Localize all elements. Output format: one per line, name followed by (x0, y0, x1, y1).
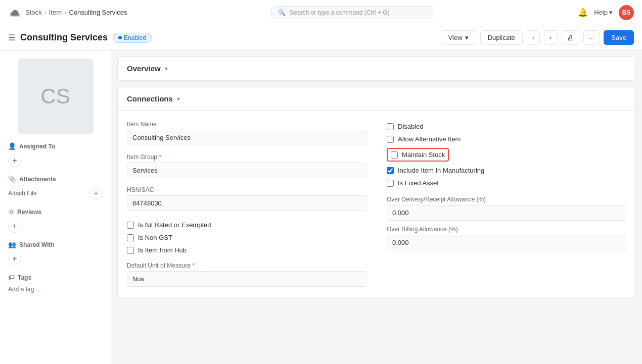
over-billing-label: Over Billing Allowance (%) (387, 226, 626, 233)
item-group-input[interactable] (127, 163, 366, 178)
breadcrumb-item[interactable]: Item (49, 9, 62, 16)
item-group-field: Item Group * (127, 153, 366, 178)
sidebar-tags-section: 🏷 Tags Add a tag ... (8, 274, 103, 293)
view-button[interactable]: View ▾ (441, 30, 476, 45)
chevron-down-icon: ▾ (465, 34, 469, 41)
maintain-stock-checkbox[interactable] (391, 151, 398, 159)
non-gst-checkbox-row: Is Non GST (127, 234, 366, 241)
is-fixed-asset-checkbox-row: Is Fixed Asset (387, 179, 626, 187)
assigned-to-title: 👤 Assigned To (8, 142, 103, 150)
user-avatar[interactable]: BS (619, 5, 634, 20)
over-delivery-field: Over Delivery/Receipt Allowance (%) (387, 196, 626, 221)
page-header: ☰ Consulting Services Enabled View ▾ Dup… (0, 25, 642, 50)
item-group-required: * (159, 153, 161, 161)
search-bar[interactable]: 🔍 Search or type a command (Ctrl + G) (271, 6, 433, 19)
navbar: Stock › Item › Consulting Services 🔍 Sea… (0, 0, 642, 25)
sidebar-reviews-section: ☆ Reviews + (8, 208, 103, 233)
include-manufacturing-checkbox-row: Include Item In Manufacturing (387, 167, 626, 174)
attachments-label: Attachments (19, 176, 56, 183)
default-uom-label: Default Unit of Measure * (127, 262, 366, 269)
nil-rated-checkbox-row: Is Nil Rated or Exempted (127, 221, 366, 229)
share-icon: 👥 (8, 241, 16, 248)
chevron-down-icon: ▾ (609, 9, 613, 16)
item-from-hub-checkbox[interactable] (127, 247, 134, 254)
notifications-button[interactable]: 🔔 (578, 8, 588, 17)
maintain-stock-checkbox-row: Maintain Stock (387, 148, 449, 162)
assigned-to-label: Assigned To (19, 143, 55, 150)
item-name-input[interactable] (127, 130, 366, 145)
maintain-stock-label: Maintain Stock (402, 151, 445, 159)
sidebar-assigned-to-section: 👤 Assigned To + (8, 142, 103, 167)
default-uom-field: Default Unit of Measure * (127, 262, 366, 287)
status-dot (118, 36, 122, 39)
more-options-button[interactable]: ··· (583, 30, 600, 45)
app-logo[interactable] (8, 6, 22, 20)
print-button[interactable]: 🖨 (562, 30, 579, 45)
add-shared-with-button[interactable]: + (8, 252, 21, 266)
item-avatar-initials: CS (40, 84, 70, 109)
non-gst-checkbox[interactable] (127, 234, 134, 241)
shared-with-label: Shared With (19, 241, 55, 248)
search-icon: 🔍 (278, 9, 286, 16)
next-button[interactable]: › (544, 30, 557, 45)
breadcrumb-stock[interactable]: Stock (25, 9, 42, 16)
shared-with-title: 👥 Shared With (8, 241, 103, 248)
navbar-left: Stock › Item › Consulting Services (8, 6, 127, 20)
paperclip-icon: 📎 (8, 175, 16, 183)
search-placeholder-text: Search or type a command (Ctrl + G) (290, 9, 389, 16)
duplicate-button[interactable]: Duplicate (480, 30, 523, 45)
prev-button[interactable]: ‹ (527, 30, 540, 45)
help-button[interactable]: Help ▾ (594, 9, 613, 16)
attach-file-button[interactable]: + (89, 187, 103, 200)
include-manufacturing-checkbox[interactable] (387, 167, 394, 174)
overview-title: Overview (127, 64, 161, 73)
add-tag-label[interactable]: Add a tag ... (8, 286, 41, 293)
disabled-checkbox-row: Disabled (387, 123, 626, 130)
default-uom-input[interactable] (127, 271, 366, 287)
breadcrumb-sep-2: › (64, 9, 66, 16)
tags-label: Tags (18, 274, 31, 281)
connections-header[interactable]: Connections ▾ (118, 87, 635, 111)
hsn-sac-input[interactable] (127, 195, 366, 211)
hsn-sac-label: HSN/SAC (127, 186, 366, 193)
attach-file-row: Attach File + (8, 187, 103, 200)
item-avatar: CS (18, 59, 94, 134)
page-header-left: ☰ Consulting Services Enabled (8, 32, 152, 43)
item-from-hub-label: Is Item from Hub (138, 246, 187, 254)
attach-file-label: Attach File (8, 190, 86, 197)
default-uom-required: * (192, 262, 195, 269)
is-fixed-asset-checkbox[interactable] (387, 180, 394, 187)
allow-alternative-checkbox[interactable] (387, 136, 394, 143)
nil-rated-label: Is Nil Rated or Exempted (138, 221, 211, 229)
over-delivery-input[interactable] (387, 205, 626, 221)
breadcrumb-sep-1: › (44, 9, 47, 16)
over-billing-field: Over Billing Allowance (%) (387, 226, 626, 250)
allow-alternative-checkbox-row: Allow Alternative Item (387, 135, 626, 143)
star-icon: ☆ (8, 208, 14, 216)
attachments-title: 📎 Attachments (8, 175, 103, 183)
add-assigned-to-button[interactable]: + (8, 154, 21, 167)
reviews-title: ☆ Reviews (8, 208, 103, 216)
item-name-field: Item Name (127, 121, 366, 145)
disabled-label: Disabled (398, 123, 424, 130)
right-checkboxes: Disabled Allow Alternative Item Maintain… (387, 121, 626, 187)
connections-body: Item Name Item Group * HSN/SAC (118, 111, 635, 297)
over-delivery-label: Over Delivery/Receipt Allowance (%) (387, 196, 626, 203)
save-button[interactable]: Save (604, 30, 634, 45)
nil-rated-checkbox[interactable] (127, 222, 134, 229)
page-header-right: View ▾ Duplicate ‹ › 🖨 ··· Save (441, 30, 634, 45)
sidebar: CS 👤 Assigned To + 📎 Attachments Attach … (0, 50, 111, 364)
over-billing-input[interactable] (387, 235, 626, 250)
overview-header[interactable]: Overview ▾ (118, 57, 635, 80)
add-review-button[interactable]: + (8, 220, 21, 233)
connections-chevron-icon: ▾ (177, 95, 180, 102)
person-icon: 👤 (8, 142, 16, 150)
main-content: Overview ▾ Connections ▾ Item Name (111, 50, 642, 364)
non-gst-label: Is Non GST (138, 234, 172, 241)
status-badge: Enabled (113, 33, 152, 43)
disabled-checkbox[interactable] (387, 123, 394, 130)
left-checkboxes: Is Nil Rated or Exempted Is Non GST Is I… (127, 219, 366, 254)
sidebar-toggle-button[interactable]: ☰ (8, 33, 15, 42)
hsn-sac-field: HSN/SAC (127, 186, 366, 211)
form-grid: Item Name Item Group * HSN/SAC (127, 121, 626, 287)
